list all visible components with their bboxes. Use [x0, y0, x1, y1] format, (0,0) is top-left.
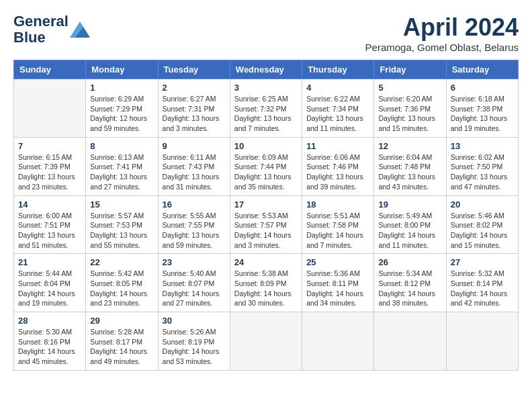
day-info: Sunrise: 6:15 AM Sunset: 7:39 PM Dayligh… — [18, 152, 81, 192]
day-info: Sunrise: 5:34 AM Sunset: 8:12 PM Dayligh… — [378, 269, 441, 308]
day-number: 3 — [234, 83, 298, 93]
day-info: Sunrise: 6:22 AM Sunset: 7:34 PM Dayligh… — [306, 94, 369, 134]
day-number: 28 — [18, 316, 81, 326]
header-sunday: Sunday — [14, 60, 86, 79]
day-number: 15 — [90, 199, 153, 210]
day-cell: 28Sunrise: 5:30 AM Sunset: 8:16 PM Dayli… — [14, 312, 86, 371]
day-info: Sunrise: 6:09 AM Sunset: 7:44 PM Dayligh… — [234, 152, 298, 192]
header-tuesday: Tuesday — [158, 60, 230, 79]
day-cell: 19Sunrise: 5:49 AM Sunset: 8:00 PM Dayli… — [374, 195, 446, 254]
day-cell: 1Sunrise: 6:29 AM Sunset: 7:29 PM Daylig… — [86, 79, 158, 138]
day-number: 5 — [378, 83, 441, 93]
day-number: 10 — [234, 141, 298, 151]
day-number: 26 — [378, 257, 441, 267]
week-row-3: 14Sunrise: 6:00 AM Sunset: 7:51 PM Dayli… — [14, 195, 519, 254]
day-info: Sunrise: 5:40 AM Sunset: 8:07 PM Dayligh… — [163, 269, 226, 308]
day-cell: 10Sunrise: 6:09 AM Sunset: 7:44 PM Dayli… — [230, 137, 302, 195]
week-row-2: 7Sunrise: 6:15 AM Sunset: 7:39 PM Daylig… — [14, 137, 519, 195]
header-wednesday: Wednesday — [230, 60, 302, 79]
day-cell: 11Sunrise: 6:06 AM Sunset: 7:46 PM Dayli… — [302, 137, 374, 195]
day-cell: 15Sunrise: 5:57 AM Sunset: 7:53 PM Dayli… — [86, 195, 158, 254]
day-info: Sunrise: 6:11 AM Sunset: 7:43 PM Dayligh… — [163, 152, 226, 192]
header-row: SundayMondayTuesdayWednesdayThursdayFrid… — [14, 60, 519, 79]
day-cell — [374, 312, 446, 371]
day-number: 21 — [18, 257, 81, 267]
day-number: 29 — [90, 316, 153, 326]
day-info: Sunrise: 5:32 AM Sunset: 8:14 PM Dayligh… — [451, 269, 514, 308]
day-cell: 8Sunrise: 6:13 AM Sunset: 7:41 PM Daylig… — [86, 137, 158, 195]
day-info: Sunrise: 5:57 AM Sunset: 7:53 PM Dayligh… — [90, 211, 153, 250]
day-number: 27 — [451, 257, 514, 267]
day-info: Sunrise: 6:25 AM Sunset: 7:32 PM Dayligh… — [234, 94, 298, 134]
day-number: 9 — [163, 141, 226, 151]
day-info: Sunrise: 5:55 AM Sunset: 7:55 PM Dayligh… — [163, 211, 226, 250]
day-cell: 30Sunrise: 5:26 AM Sunset: 8:19 PM Dayli… — [158, 312, 230, 371]
day-info: Sunrise: 5:46 AM Sunset: 8:02 PM Dayligh… — [451, 211, 514, 250]
day-cell — [446, 312, 518, 371]
day-number: 25 — [306, 257, 369, 267]
day-info: Sunrise: 5:30 AM Sunset: 8:16 PM Dayligh… — [18, 327, 81, 367]
header-monday: Monday — [86, 60, 158, 79]
day-cell: 17Sunrise: 5:53 AM Sunset: 7:57 PM Dayli… — [230, 195, 302, 254]
day-number: 24 — [234, 257, 298, 267]
day-cell: 12Sunrise: 6:04 AM Sunset: 7:48 PM Dayli… — [374, 137, 446, 195]
day-cell: 20Sunrise: 5:46 AM Sunset: 8:02 PM Dayli… — [446, 195, 518, 254]
calendar-table: SundayMondayTuesdayWednesdayThursdayFrid… — [13, 60, 519, 371]
day-info: Sunrise: 6:04 AM Sunset: 7:48 PM Dayligh… — [378, 152, 441, 192]
day-number: 19 — [378, 199, 441, 210]
day-info: Sunrise: 5:26 AM Sunset: 8:19 PM Dayligh… — [163, 327, 226, 367]
day-info: Sunrise: 5:38 AM Sunset: 8:09 PM Dayligh… — [234, 269, 298, 308]
header-saturday: Saturday — [446, 60, 518, 79]
day-number: 2 — [163, 83, 226, 93]
day-cell: 27Sunrise: 5:32 AM Sunset: 8:14 PM Dayli… — [446, 254, 518, 312]
day-cell: 2Sunrise: 6:27 AM Sunset: 7:31 PM Daylig… — [158, 79, 230, 138]
day-info: Sunrise: 5:28 AM Sunset: 8:17 PM Dayligh… — [90, 327, 153, 367]
day-info: Sunrise: 5:42 AM Sunset: 8:05 PM Dayligh… — [90, 269, 153, 308]
location: Peramoga, Gomel Oblast, Belarus — [365, 42, 519, 53]
day-cell: 16Sunrise: 5:55 AM Sunset: 7:55 PM Dayli… — [158, 195, 230, 254]
day-info: Sunrise: 6:06 AM Sunset: 7:46 PM Dayligh… — [306, 152, 369, 192]
day-number: 17 — [234, 199, 298, 210]
week-row-1: 1Sunrise: 6:29 AM Sunset: 7:29 PM Daylig… — [14, 79, 519, 138]
day-cell: 29Sunrise: 5:28 AM Sunset: 8:17 PM Dayli… — [86, 312, 158, 371]
logo: GeneralBlue — [13, 13, 90, 46]
day-cell — [230, 312, 302, 371]
week-row-4: 21Sunrise: 5:44 AM Sunset: 8:04 PM Dayli… — [14, 254, 519, 312]
day-cell: 23Sunrise: 5:40 AM Sunset: 8:07 PM Dayli… — [158, 254, 230, 312]
logo-text: GeneralBlue — [13, 13, 69, 46]
day-info: Sunrise: 6:18 AM Sunset: 7:38 PM Dayligh… — [451, 94, 514, 134]
header-thursday: Thursday — [302, 60, 374, 79]
day-cell: 25Sunrise: 5:36 AM Sunset: 8:11 PM Dayli… — [302, 254, 374, 312]
day-cell: 21Sunrise: 5:44 AM Sunset: 8:04 PM Dayli… — [14, 254, 86, 312]
day-number: 13 — [451, 141, 514, 151]
day-cell — [14, 79, 86, 138]
day-cell: 24Sunrise: 5:38 AM Sunset: 8:09 PM Dayli… — [230, 254, 302, 312]
day-cell: 14Sunrise: 6:00 AM Sunset: 7:51 PM Dayli… — [14, 195, 86, 254]
day-cell — [302, 312, 374, 371]
day-number: 8 — [90, 141, 153, 151]
header-friday: Friday — [374, 60, 446, 79]
day-cell: 26Sunrise: 5:34 AM Sunset: 8:12 PM Dayli… — [374, 254, 446, 312]
day-number: 22 — [90, 257, 153, 267]
day-cell: 3Sunrise: 6:25 AM Sunset: 7:32 PM Daylig… — [230, 79, 302, 138]
day-number: 1 — [90, 83, 153, 93]
day-number: 12 — [378, 141, 441, 151]
day-info: Sunrise: 6:27 AM Sunset: 7:31 PM Dayligh… — [163, 94, 226, 134]
day-info: Sunrise: 6:02 AM Sunset: 7:50 PM Dayligh… — [451, 152, 514, 192]
day-info: Sunrise: 6:29 AM Sunset: 7:29 PM Dayligh… — [90, 94, 153, 134]
day-number: 18 — [306, 199, 369, 210]
day-info: Sunrise: 5:44 AM Sunset: 8:04 PM Dayligh… — [18, 269, 81, 308]
day-number: 7 — [18, 141, 81, 151]
day-info: Sunrise: 5:51 AM Sunset: 7:58 PM Dayligh… — [306, 211, 369, 250]
week-row-5: 28Sunrise: 5:30 AM Sunset: 8:16 PM Dayli… — [14, 312, 519, 371]
day-number: 20 — [451, 199, 514, 210]
day-info: Sunrise: 5:53 AM Sunset: 7:57 PM Dayligh… — [234, 211, 298, 250]
month-title: April 2024 — [365, 13, 519, 42]
day-cell: 22Sunrise: 5:42 AM Sunset: 8:05 PM Dayli… — [86, 254, 158, 312]
logo-icon — [70, 21, 90, 38]
day-info: Sunrise: 6:13 AM Sunset: 7:41 PM Dayligh… — [90, 152, 153, 192]
title-area: April 2024 Peramoga, Gomel Oblast, Belar… — [365, 13, 519, 53]
day-number: 6 — [451, 83, 514, 93]
day-number: 14 — [18, 199, 81, 210]
day-cell: 18Sunrise: 5:51 AM Sunset: 7:58 PM Dayli… — [302, 195, 374, 254]
